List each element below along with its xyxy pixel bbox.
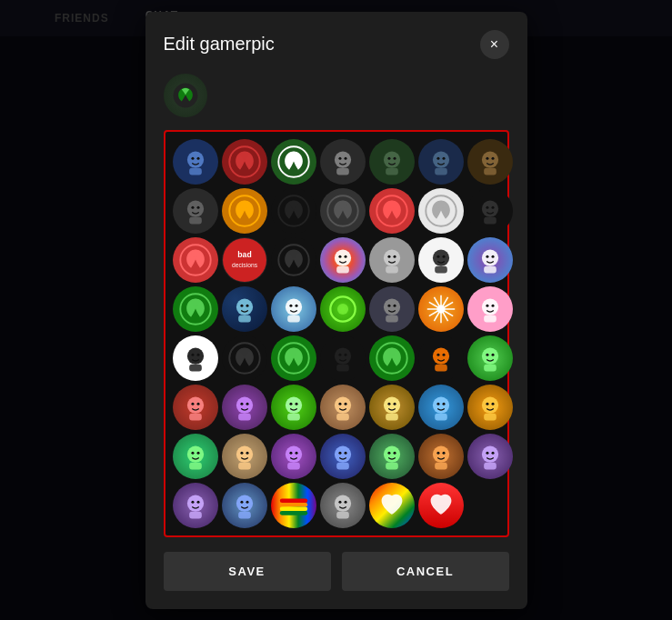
gamerpic-item[interactable] [369, 385, 415, 430]
gamerpic-item[interactable] [271, 237, 316, 283]
gamerpic-item[interactable] [369, 483, 415, 528]
svg-point-170 [246, 500, 248, 503]
svg-point-142 [246, 451, 248, 454]
svg-point-165 [191, 500, 194, 503]
gamerpic-item[interactable] [467, 286, 513, 332]
svg-rect-143 [238, 462, 251, 469]
gamerpic-item[interactable] [320, 335, 366, 381]
gamerpic-item[interactable] [369, 237, 415, 283]
svg-rect-71 [386, 315, 398, 322]
gamerpic-item[interactable] [271, 434, 316, 479]
svg-rect-98 [336, 364, 349, 371]
close-button[interactable]: × [480, 30, 509, 59]
svg-rect-155 [386, 462, 398, 469]
gamerpic-item[interactable] [173, 237, 218, 283]
svg-point-34 [491, 205, 494, 208]
svg-point-3 [196, 156, 199, 159]
svg-point-90 [191, 353, 194, 355]
svg-point-93 [229, 343, 259, 373]
gamerpic-item[interactable] [222, 335, 267, 381]
gamerpic-item[interactable] [418, 434, 464, 479]
cancel-button[interactable]: CANCEL [342, 552, 509, 591]
gamerpic-item[interactable] [467, 188, 513, 234]
svg-point-21 [491, 156, 494, 159]
svg-point-60 [246, 304, 248, 306]
gamerpic-item[interactable] [222, 385, 267, 430]
svg-point-145 [289, 451, 292, 454]
gamerpic-item[interactable] [222, 188, 267, 234]
svg-point-144 [285, 445, 301, 462]
svg-point-31 [426, 195, 456, 225]
gamerpic-item[interactable] [173, 139, 218, 185]
gamerpic-item[interactable] [320, 188, 366, 234]
gamerpic-item[interactable] [467, 385, 513, 430]
svg-rect-135 [484, 413, 496, 420]
gamerpic-item[interactable] [271, 385, 316, 430]
svg-rect-4 [189, 167, 202, 175]
gamerpic-item[interactable] [222, 286, 267, 332]
gamerpic-item[interactable] [271, 483, 316, 528]
svg-point-157 [436, 451, 439, 454]
svg-point-64 [295, 304, 297, 306]
gamerpic-item[interactable] [369, 434, 415, 479]
gamerpic-item[interactable] [222, 434, 267, 479]
svg-point-59 [240, 304, 243, 306]
gamerpic-item[interactable] [173, 385, 218, 430]
gamerpic-item[interactable] [418, 188, 464, 234]
gamerpic-grid-wrapper: bad decisions [164, 130, 509, 537]
gamerpic-item[interactable] [369, 286, 415, 332]
gamerpic-item[interactable] [271, 286, 316, 332]
gamerpic-item[interactable] [320, 139, 366, 185]
svg-point-120 [334, 396, 350, 413]
gamerpic-item[interactable] [320, 385, 366, 430]
gamerpic-item[interactable] [369, 139, 415, 185]
gamerpic-item[interactable] [320, 286, 366, 332]
gamerpic-item[interactable] [222, 139, 267, 185]
gamerpic-item[interactable] [271, 188, 316, 234]
gamerpic-item[interactable] [418, 483, 464, 528]
gamerpic-item[interactable] [173, 483, 218, 528]
svg-point-7 [334, 151, 350, 167]
svg-point-11 [383, 151, 399, 167]
gamerpic-item[interactable] [467, 434, 513, 479]
gamerpic-item[interactable] [418, 385, 464, 430]
svg-point-86 [486, 304, 488, 306]
gamerpic-item[interactable] [418, 237, 464, 283]
svg-point-5 [229, 146, 259, 176]
svg-text:decisions: decisions [231, 261, 257, 267]
svg-point-148 [334, 445, 350, 462]
gamerpic-item[interactable] [320, 237, 366, 283]
gamerpic-item[interactable] [467, 237, 513, 283]
svg-point-17 [442, 156, 445, 159]
svg-point-57 [180, 294, 210, 324]
gamerpic-item[interactable] [369, 335, 415, 381]
gamerpic-item[interactable] [271, 335, 316, 381]
svg-rect-127 [386, 413, 398, 420]
svg-point-33 [486, 205, 488, 208]
save-button[interactable]: SAVE [164, 552, 331, 591]
gamerpic-item[interactable]: bad decisions [222, 237, 267, 283]
modal-actions: SAVE CANCEL [164, 552, 509, 591]
gamerpic-item[interactable] [369, 188, 415, 234]
svg-point-68 [383, 298, 399, 315]
gamerpic-item[interactable] [320, 434, 366, 479]
gamerpic-item[interactable] [271, 139, 316, 185]
gamerpic-item[interactable] [173, 286, 218, 332]
svg-rect-65 [287, 315, 300, 322]
gamerpic-item[interactable] [418, 286, 464, 332]
svg-point-106 [491, 353, 494, 355]
svg-point-168 [236, 495, 252, 511]
gamerpic-item[interactable] [467, 335, 513, 381]
svg-point-13 [393, 156, 396, 159]
gamerpic-item[interactable] [418, 139, 464, 185]
gamerpic-item[interactable] [222, 483, 267, 528]
gamerpic-item[interactable] [320, 483, 366, 528]
gamerpic-item[interactable] [173, 335, 218, 381]
svg-point-30 [376, 195, 406, 225]
gamerpic-item[interactable] [173, 188, 218, 234]
svg-rect-171 [238, 511, 251, 518]
svg-point-130 [442, 402, 445, 405]
gamerpic-item[interactable] [467, 139, 513, 185]
gamerpic-item[interactable] [418, 335, 464, 381]
gamerpic-item[interactable] [173, 434, 218, 479]
